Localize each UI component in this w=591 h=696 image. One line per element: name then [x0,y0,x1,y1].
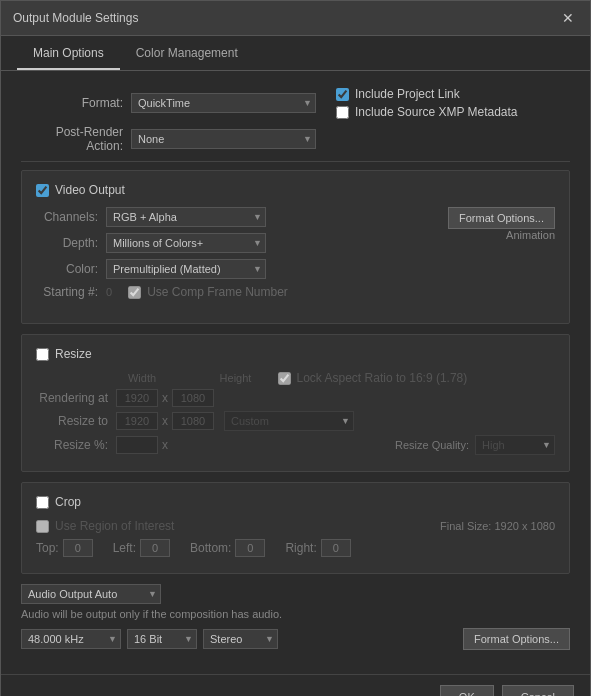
crop-right-input [321,539,351,557]
depth-select[interactable]: Millions of Colors+ [106,233,266,253]
resize-section: Resize Width x Height Lock Aspect Ratio … [21,334,570,472]
video-format-options-button[interactable]: Format Options... [448,207,555,229]
crop-left-field: Left: [113,539,170,557]
quality-row: Resize Quality: High ▼ [395,435,555,455]
bit-depth-wrapper: 16 Bit ▼ [127,629,197,649]
post-render-row: Post-Render Action: None ▼ [21,125,570,153]
audio-output-select-wrapper: Audio Output Auto ▼ [21,584,161,604]
close-button[interactable]: ✕ [558,9,578,27]
window-title: Output Module Settings [13,11,138,25]
use-comp-frame-label: Use Comp Frame Number [147,285,288,299]
starting-hash-label: Starting #: [36,285,106,299]
resize-to-width-input [116,412,158,430]
rendering-width-input [116,389,158,407]
audio-format-options-button[interactable]: Format Options... [463,628,570,650]
audio-header: Audio Output Auto ▼ [21,584,570,604]
crop-header: Crop [36,495,555,509]
quality-label: Resize Quality: [395,439,469,451]
channels-select[interactable]: RGB + Alpha [106,207,266,227]
resize-checkbox[interactable] [36,348,49,361]
tab-color-management[interactable]: Color Management [120,36,254,70]
sample-rate-wrapper: 48.000 kHz ▼ [21,629,121,649]
crop-right-field: Right: [285,539,350,557]
crop-roi-row: Use Region of Interest Final Size: 1920 … [36,519,555,533]
video-output-label: Video Output [55,183,125,197]
post-render-label: Post-Render Action: [21,125,131,153]
sample-rate-select[interactable]: 48.000 kHz [21,629,121,649]
channels-col: Channels: RGB + Alpha ▼ Depth: Milli [36,207,395,305]
color-select[interactable]: Premultiplied (Matted) [106,259,266,279]
starting-hash-value: 0 [106,286,112,298]
divider-1 [21,161,570,162]
output-module-settings-window: Output Module Settings ✕ Main Options Co… [0,0,591,696]
crop-top-label: Top: [36,541,59,555]
include-xmp-label: Include Source XMP Metadata [355,105,518,119]
crop-top-input [63,539,93,557]
post-render-select-wrapper: None ▼ [131,129,316,149]
lock-aspect-row: Lock Aspect Ratio to 16:9 (1.78) [278,371,468,385]
rendering-height-input [172,389,214,407]
depth-label: Depth: [36,236,106,250]
video-output-header: Video Output [36,183,555,197]
channels-select-wrapper: RGB + Alpha ▼ [106,207,266,227]
format-options-col: Format Options... Animation [395,207,555,241]
right-checkboxes: Include Project Link Include Source XMP … [336,87,518,119]
resize-col-headers: Width x Height Lock Aspect Ratio to 16:9… [36,371,555,385]
post-render-select[interactable]: None [131,129,316,149]
resize-pct-label: Resize %: [36,438,116,452]
resize-to-height-input [172,412,214,430]
color-label: Color: [36,262,106,276]
include-project-link-row: Include Project Link [336,87,518,101]
format-select[interactable]: QuickTime [131,93,316,113]
resize-pct-row: Resize %: x Resize Quality: High ▼ [36,435,555,455]
quality-select[interactable]: High [475,435,555,455]
crop-left-input [140,539,170,557]
use-comp-frame-row: Use Comp Frame Number [128,285,288,299]
include-xmp-row: Include Source XMP Metadata [336,105,518,119]
final-size-label: Final Size: 1920 x 1080 [440,520,555,532]
audio-output-select[interactable]: Audio Output Auto [21,584,161,604]
title-bar: Output Module Settings ✕ [1,1,590,36]
channels-row: Channels: RGB + Alpha ▼ [36,207,395,227]
video-output-checkbox[interactable] [36,184,49,197]
format-row: Format: QuickTime ▼ Include Project Link… [21,87,570,119]
depth-select-wrapper: Millions of Colors+ ▼ [106,233,266,253]
color-select-wrapper: Premultiplied (Matted) ▼ [106,259,266,279]
audio-channels-wrapper: Stereo ▼ [203,629,278,649]
use-comp-frame-checkbox[interactable] [128,286,141,299]
resize-preset-select[interactable]: Custom [224,411,354,431]
bit-depth-select[interactable]: 16 Bit [127,629,197,649]
audio-note: Audio will be output only if the composi… [21,608,570,620]
cancel-button[interactable]: Cancel [502,685,574,696]
crop-bottom-field: Bottom: [190,539,265,557]
use-roi-label: Use Region of Interest [55,519,174,533]
audio-section: Audio Output Auto ▼ Audio will be output… [21,584,570,650]
width-col-label: Width [116,372,168,384]
crop-bottom-label: Bottom: [190,541,231,555]
use-roi-row: Use Region of Interest [36,519,174,533]
crop-left-label: Left: [113,541,136,555]
channels-label: Channels: [36,210,106,224]
audio-controls-row: 48.000 kHz ▼ 16 Bit ▼ Stereo [21,628,570,650]
audio-channels-select[interactable]: Stereo [203,629,278,649]
crop-section: Crop Use Region of Interest Final Size: … [21,482,570,574]
include-project-link-checkbox[interactable] [336,88,349,101]
include-project-link-label: Include Project Link [355,87,460,101]
tabs-bar: Main Options Color Management [1,36,590,71]
use-roi-checkbox[interactable] [36,520,49,533]
lock-aspect-checkbox[interactable] [278,372,291,385]
crop-checkbox[interactable] [36,496,49,509]
crop-bottom-input [235,539,265,557]
rendering-at-row: Rendering at x [36,389,555,407]
crop-top-field: Top: [36,539,93,557]
audio-controls: 48.000 kHz ▼ 16 Bit ▼ Stereo [21,629,278,649]
crop-label: Crop [55,495,81,509]
tab-main-options[interactable]: Main Options [17,36,120,70]
include-xmp-checkbox[interactable] [336,106,349,119]
rendering-at-label: Rendering at [36,391,116,405]
resize-pct-x-input [116,436,158,454]
starting-hash-row: Starting #: 0 Use Comp Frame Number [36,285,395,299]
ok-button[interactable]: OK [440,685,494,696]
resize-header: Resize [36,347,555,361]
channels-format-row: Channels: RGB + Alpha ▼ Depth: Milli [36,207,555,305]
